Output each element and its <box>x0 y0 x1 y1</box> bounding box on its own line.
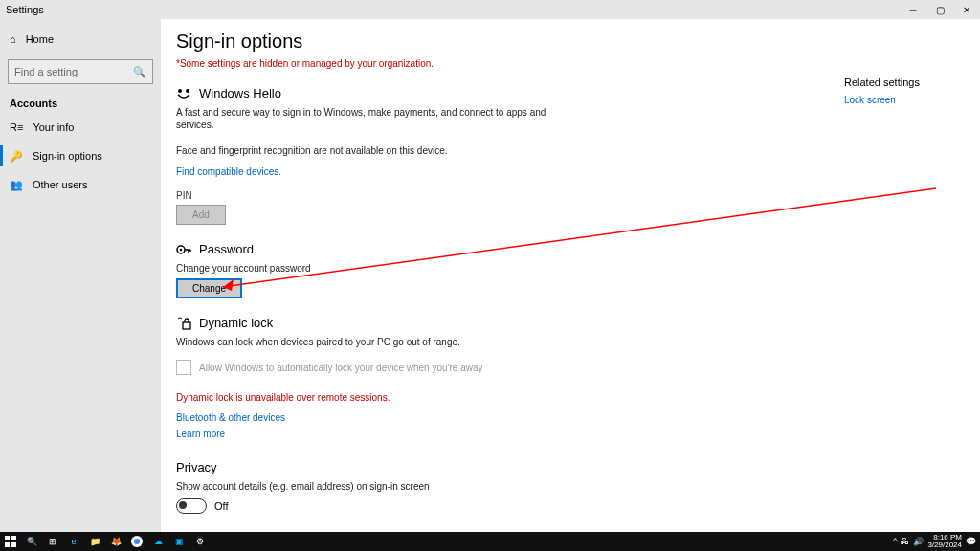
main-content: Sign-in options *Some settings are hidde… <box>161 19 980 532</box>
sidebar-item-label: Sign-in options <box>33 150 102 162</box>
hello-note: Face and fingerprint recognition are not… <box>176 144 578 157</box>
add-pin-button: Add <box>176 205 226 225</box>
sidebar-home[interactable]: ⌂ Home <box>0 25 161 54</box>
person-icon: R≡ <box>10 121 23 133</box>
sidebar-item-label: Other users <box>33 179 87 190</box>
users-icon: 👥 <box>10 179 23 191</box>
dynlock-desc: Windows can lock when devices paired to … <box>176 336 578 348</box>
section-title: Password <box>199 242 254 256</box>
hello-desc: A fast and secure way to sign in to Wind… <box>176 106 578 131</box>
dynlock-error: Dynamic lock is unavailable over remote … <box>176 392 980 403</box>
org-warning: *Some settings are hidden or managed by … <box>176 58 980 69</box>
svg-rect-10 <box>11 542 16 547</box>
annotation-arrow <box>218 184 946 298</box>
section-title: Windows Hello <box>199 86 281 100</box>
window-title: Settings <box>6 4 44 15</box>
svg-point-3 <box>180 248 182 250</box>
toggle-icon <box>176 498 207 514</box>
search-task-icon[interactable]: 🔍 <box>21 532 42 551</box>
start-button[interactable] <box>0 532 21 551</box>
related-settings: Related settings Lock screen <box>844 77 959 105</box>
notifications-icon[interactable]: 💬 <box>966 537 976 546</box>
page-title: Sign-in options <box>176 31 980 53</box>
svg-rect-7 <box>5 536 10 540</box>
sidebar-item-other-users[interactable]: 👥 Other users <box>0 170 161 199</box>
sidebar: ⌂ Home Find a setting 🔍 Accounts R≡ Your… <box>0 19 161 532</box>
key-icon: 🔑 <box>10 150 23 163</box>
tray-chevron-icon[interactable]: ^ <box>893 537 897 546</box>
checkbox-icon <box>176 360 191 375</box>
learn-more-link[interactable]: Learn more <box>176 429 225 439</box>
app-icon-1[interactable]: ☁ <box>147 532 168 551</box>
sidebar-item-label: Your info <box>33 121 74 133</box>
section-title: Dynamic lock <box>199 316 273 330</box>
window-titlebar: Settings ─ ▢ ✕ <box>0 0 980 19</box>
network-icon[interactable]: 🖧 <box>901 537 909 546</box>
app-icon-2[interactable]: ▣ <box>168 532 189 551</box>
find-devices-link[interactable]: Find compatible devices. <box>176 166 281 177</box>
svg-rect-9 <box>5 542 10 547</box>
minimize-button[interactable]: ─ <box>900 0 926 19</box>
svg-rect-4 <box>183 322 190 329</box>
svg-point-12 <box>134 539 140 544</box>
settings-task-icon[interactable]: ⚙ <box>189 532 211 551</box>
lock-screen-link[interactable]: Lock screen <box>844 95 896 105</box>
toggle-label: Off <box>214 500 228 512</box>
search-placeholder: Find a setting <box>14 66 78 77</box>
sidebar-home-label: Home <box>26 33 54 45</box>
sidebar-item-your-info[interactable]: R≡ Your info <box>0 113 161 142</box>
section-privacy: Privacy <box>176 460 980 474</box>
dynamic-lock-icon <box>176 317 191 330</box>
search-icon: 🔍 <box>133 66 146 78</box>
bluetooth-link[interactable]: Bluetooth & other devices <box>176 412 285 423</box>
sidebar-header: Accounts <box>0 90 161 113</box>
sidebar-item-signin-options[interactable]: 🔑 Sign-in options <box>0 142 161 170</box>
dynlock-checkbox: Allow Windows to automatically lock your… <box>176 360 482 375</box>
svg-rect-8 <box>11 536 16 540</box>
close-button[interactable]: ✕ <box>953 0 980 19</box>
explorer-icon[interactable]: 📁 <box>84 532 105 551</box>
taskbar[interactable]: 🔍 ⊞ e 📁 🦊 ☁ ▣ ⚙ ^ 🖧 🔊 8:16 PM 3/29/2024 … <box>0 532 980 551</box>
change-password-button[interactable]: Change <box>176 278 242 298</box>
taskview-icon[interactable]: ⊞ <box>42 532 63 551</box>
pin-label: PIN <box>176 190 980 201</box>
chrome-icon[interactable] <box>126 532 147 551</box>
clock-date: 3/29/2024 <box>927 541 962 549</box>
section-password: Password <box>176 242 980 256</box>
key-icon <box>176 243 191 256</box>
maximize-button[interactable]: ▢ <box>926 0 953 19</box>
password-desc: Change your account password <box>176 262 578 275</box>
svg-point-0 <box>178 89 182 93</box>
section-title: Privacy <box>176 460 217 474</box>
firefox-icon[interactable]: 🦊 <box>105 532 126 551</box>
checkbox-label: Allow Windows to automatically lock your… <box>199 363 482 373</box>
clock[interactable]: 8:16 PM 3/29/2024 <box>927 534 962 549</box>
privacy-toggle[interactable]: Off <box>176 498 980 514</box>
ie-icon[interactable]: e <box>63 532 84 551</box>
sound-icon[interactable]: 🔊 <box>913 537 924 546</box>
svg-point-1 <box>186 89 189 93</box>
home-icon: ⌂ <box>10 33 16 45</box>
system-tray[interactable]: ^ 🖧 🔊 8:16 PM 3/29/2024 💬 <box>893 534 980 549</box>
section-dynamic-lock: Dynamic lock <box>176 316 980 330</box>
related-header: Related settings <box>844 77 959 88</box>
privacy-desc: Show account details (e.g. email address… <box>176 480 578 493</box>
hello-icon <box>176 87 191 100</box>
search-input[interactable]: Find a setting 🔍 <box>8 59 153 84</box>
